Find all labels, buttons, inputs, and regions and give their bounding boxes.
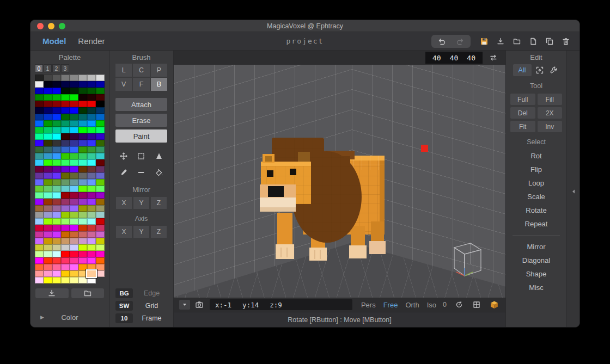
palette-swatch[interactable]: [87, 88, 96, 94]
brush-action-paint[interactable]: Paint: [115, 129, 167, 143]
palette-swatch[interactable]: [44, 120, 52, 127]
palette-swatch[interactable]: [35, 94, 44, 101]
brush-mode-b[interactable]: B: [151, 78, 167, 91]
palette-swatch[interactable]: [96, 251, 105, 257]
palette-swatch[interactable]: [78, 257, 87, 264]
palette-swatch[interactable]: [78, 166, 87, 172]
palette-swatch[interactable]: [52, 88, 61, 94]
palette-swatch[interactable]: [78, 225, 87, 231]
palette-swatch[interactable]: [61, 146, 70, 153]
palette-swatch[interactable]: [87, 270, 96, 277]
palette-swatch[interactable]: [44, 81, 52, 88]
palette-swatch[interactable]: [35, 205, 44, 212]
nav-cube[interactable]: [450, 239, 493, 282]
palette-swatch[interactable]: [35, 153, 44, 159]
palette-swatch[interactable]: [96, 127, 105, 133]
palette-swatch[interactable]: [78, 153, 87, 159]
palette-swatch[interactable]: [87, 192, 96, 199]
palette-swatch[interactable]: [52, 186, 61, 192]
palette-swatch[interactable]: [70, 212, 78, 218]
palette-swatch[interactable]: [61, 107, 70, 114]
edit-del-button[interactable]: Del: [510, 107, 535, 119]
palette-swatch[interactable]: [52, 127, 61, 133]
mirror-axis-x[interactable]: X: [116, 197, 132, 209]
palette-swatch[interactable]: [44, 186, 52, 192]
palette-swatch[interactable]: [70, 172, 78, 179]
palette-swatch[interactable]: [61, 277, 70, 283]
palette-swatch[interactable]: [44, 231, 52, 238]
palette-swatch[interactable]: [87, 186, 96, 192]
edit-inv-button[interactable]: Inv: [538, 121, 563, 132]
palette-swatch[interactable]: [96, 94, 105, 101]
picker-tool-button[interactable]: [115, 165, 132, 180]
palette-swatch[interactable]: [87, 81, 96, 88]
palette-swatch[interactable]: [78, 94, 87, 101]
palette-swatch[interactable]: [78, 81, 87, 88]
brush-mode-c[interactable]: C: [133, 64, 149, 77]
palette-swatch[interactable]: [78, 251, 87, 257]
copy-button[interactable]: [544, 36, 556, 47]
axis-z[interactable]: Z: [151, 226, 167, 238]
palette-swatch[interactable]: [96, 107, 105, 114]
palette-swatch[interactable]: [87, 166, 96, 172]
cone-tool-button[interactable]: [151, 149, 167, 164]
palette-swatch[interactable]: [87, 199, 96, 205]
palette-swatch[interactable]: [70, 101, 78, 107]
wrench-button[interactable]: [548, 65, 560, 76]
palette-swatch[interactable]: [35, 75, 44, 81]
edit-fill-button[interactable]: Fill: [538, 94, 563, 105]
palette-swatch[interactable]: [70, 218, 78, 225]
palette-swatch[interactable]: [61, 159, 70, 166]
palette-swatch[interactable]: [44, 264, 52, 270]
titlebar[interactable]: MagicaVoxel @ Ephtracy: [30, 20, 580, 32]
palette-swatch[interactable]: [78, 244, 87, 251]
palette-swatch[interactable]: [87, 159, 96, 166]
palette-swatch[interactable]: [87, 231, 96, 238]
camera-mode-iso[interactable]: Iso: [427, 301, 436, 309]
palette-swatch[interactable]: [87, 120, 96, 127]
swap-icon[interactable]: [489, 53, 498, 62]
palette-swatch[interactable]: [52, 238, 61, 244]
palette-swatch[interactable]: [87, 75, 96, 81]
palette-swatch[interactable]: [78, 133, 87, 140]
palette-swatch[interactable]: [70, 88, 78, 94]
palette-swatch[interactable]: [44, 133, 52, 140]
palette-swatch[interactable]: [87, 205, 96, 212]
palette-swatch[interactable]: [78, 238, 87, 244]
palette-swatch[interactable]: [78, 192, 87, 199]
edit-item-shape[interactable]: Shape: [510, 267, 562, 281]
palette-swatch[interactable]: [52, 172, 61, 179]
palette-swatch[interactable]: [70, 153, 78, 159]
brush-mode-p[interactable]: P: [151, 64, 167, 77]
palette-swatch[interactable]: [70, 127, 78, 133]
palette-swatch[interactable]: [70, 199, 78, 205]
palette-swatch[interactable]: [44, 88, 52, 94]
palette-swatch[interactable]: [35, 114, 44, 120]
edit-scope-all-button[interactable]: All: [513, 64, 532, 76]
palette-swatch[interactable]: [52, 218, 61, 225]
palette-swatch[interactable]: [70, 225, 78, 231]
palette-swatch[interactable]: [78, 277, 87, 283]
palette-swatch[interactable]: [61, 120, 70, 127]
palette-swatch[interactable]: [96, 140, 105, 146]
palette-swatch[interactable]: [96, 270, 105, 277]
palette-swatch[interactable]: [35, 159, 44, 166]
palette-swatch[interactable]: [52, 94, 61, 101]
palette-swatch[interactable]: [52, 199, 61, 205]
palette-swatch[interactable]: [61, 172, 70, 179]
edit-item-diagonal[interactable]: Diagonal: [510, 254, 562, 267]
brush-mode-l[interactable]: L: [115, 64, 132, 77]
palette-swatch[interactable]: [70, 186, 78, 192]
palette-swatch[interactable]: [44, 146, 52, 153]
camera-mode-free[interactable]: Free: [383, 301, 398, 309]
palette-swatch[interactable]: [96, 114, 105, 120]
palette-swatch[interactable]: [96, 231, 105, 238]
palette-swatch[interactable]: [70, 205, 78, 212]
palette-swatch[interactable]: [44, 218, 52, 225]
palette-swatch[interactable]: [52, 101, 61, 107]
axis-y[interactable]: Y: [133, 226, 149, 238]
palette-swatch[interactable]: [96, 257, 105, 264]
palette-swatch[interactable]: [61, 94, 70, 101]
palette-swatch[interactable]: [70, 133, 78, 140]
palette-swatch[interactable]: [96, 212, 105, 218]
